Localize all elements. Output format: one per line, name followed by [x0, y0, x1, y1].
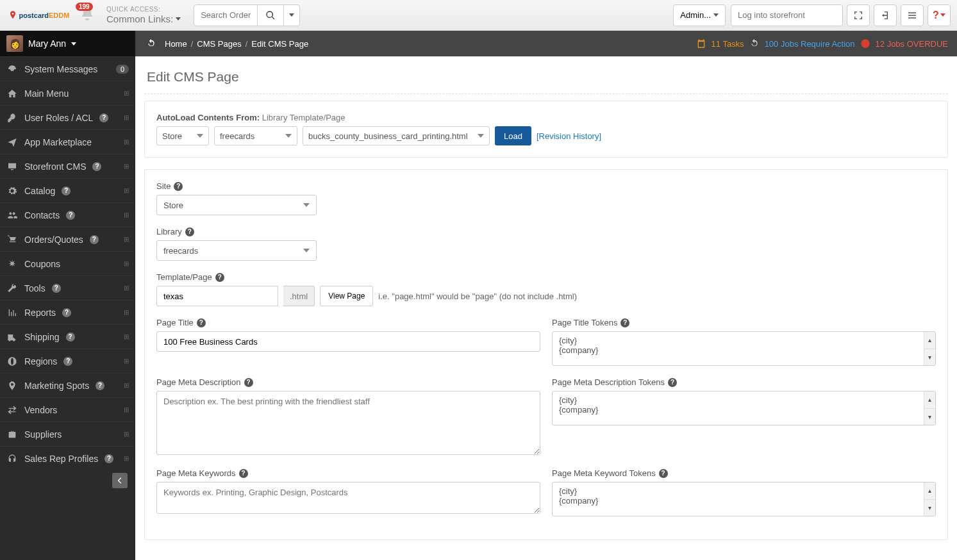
template-input[interactable] — [156, 286, 278, 306]
help-icon[interactable]: ? — [174, 182, 183, 191]
site-select[interactable]: Store — [156, 195, 317, 215]
sidebar-item-orders-quotes[interactable]: Orders/Quotes?⊞ — [0, 227, 135, 251]
search-button[interactable] — [257, 4, 284, 26]
breadcrumb-home[interactable]: Home — [165, 39, 187, 49]
help-icon[interactable]: ? — [104, 454, 113, 463]
sidebar-item-label: Sales Rep Profiles — [24, 454, 98, 464]
signout-button[interactable] — [874, 4, 897, 26]
sidebar-item-marketing-spots[interactable]: Marketing Spots?⊞ — [0, 373, 135, 397]
help-icon[interactable]: ? — [62, 186, 71, 195]
autoload-store-select[interactable]: Store — [156, 126, 209, 145]
sidebar-collapse-button[interactable] — [112, 473, 128, 488]
sidebar-item-label: Tools — [24, 283, 46, 293]
load-button[interactable]: Load — [495, 126, 531, 145]
expand-icon: ⊞ — [124, 211, 129, 218]
admin-dropdown[interactable]: Admin... — [673, 4, 726, 26]
sidebar-item-main-menu[interactable]: Main Menu⊞ — [0, 81, 135, 105]
expand-icon: ⊞ — [124, 431, 129, 438]
jobs-attention-link[interactable]: 100 Jobs Require Action — [765, 39, 855, 49]
help-dropdown[interactable]: ? — [928, 4, 951, 26]
expand-icon: ⊞ — [124, 333, 129, 340]
monitor-icon — [6, 161, 18, 172]
scroll-up-icon[interactable]: ▴ — [924, 482, 935, 500]
expand-button[interactable] — [847, 4, 870, 26]
scroll-up-icon[interactable]: ▴ — [924, 332, 935, 349]
tasks-link[interactable]: 11 Tasks — [712, 39, 744, 49]
sidebar-item-shipping[interactable]: Shipping?⊞ — [0, 324, 135, 349]
help-icon[interactable]: ? — [99, 113, 108, 122]
breadcrumb-cms[interactable]: CMS Pages — [197, 39, 241, 49]
user-menu[interactable]: 👩 Mary Ann — [0, 31, 135, 56]
storefront-login-input[interactable] — [731, 4, 843, 26]
help-icon[interactable]: ? — [90, 235, 99, 244]
notifications-bell[interactable]: 199 — [79, 6, 95, 24]
view-page-button[interactable]: View Page — [320, 286, 373, 306]
autoload-template-select[interactable]: bucks_county_business_card_printing.html — [303, 126, 490, 145]
help-icon[interactable]: ? — [244, 378, 253, 387]
help-icon[interactable]: ? — [92, 162, 101, 171]
help-icon[interactable]: ? — [659, 469, 668, 478]
expand-icon: ⊞ — [124, 455, 129, 462]
sidebar-item-label: Contacts — [24, 210, 60, 220]
search-input[interactable] — [194, 4, 258, 26]
meta-keyword-tokens[interactable]: {city} {company} ▴▾ — [552, 482, 936, 516]
help-icon[interactable]: ? — [215, 273, 224, 282]
meta-description-tokens[interactable]: {city} {company} ▴▾ — [552, 391, 936, 425]
help-icon[interactable]: ? — [239, 469, 248, 478]
autoload-library-select[interactable]: freecards — [214, 126, 297, 145]
autoload-label: AutoLoad Contents From: — [156, 113, 260, 122]
logo[interactable]: postcardEDDM — [6, 3, 71, 28]
sidebar-item-user-roles-acl[interactable]: User Roles / ACL?⊞ — [0, 105, 135, 129]
menu-button[interactable] — [901, 4, 924, 26]
sidebar-item-app-marketplace[interactable]: App Marketplace⊞ — [0, 129, 135, 154]
help-icon[interactable]: ? — [62, 308, 71, 317]
pin-icon — [6, 381, 18, 391]
caret-down-icon — [713, 13, 719, 17]
help-icon[interactable]: ? — [96, 381, 104, 390]
quick-access-dropdown[interactable]: QUICK ACCESS: Common Links: — [106, 6, 181, 25]
expand-icon: ⊞ — [124, 406, 129, 413]
expand-icon: ⊞ — [124, 382, 129, 389]
help-icon[interactable]: ? — [66, 333, 75, 342]
help-icon[interactable]: ? — [63, 357, 72, 366]
sidebar-item-coupons[interactable]: Coupons⊞ — [0, 251, 135, 276]
revision-history-link[interactable]: [Revision History] — [537, 131, 601, 141]
expand-icon: ⊞ — [124, 358, 129, 365]
sidebar-item-sales-rep-profiles[interactable]: Sales Rep Profiles?⊞ — [0, 446, 135, 470]
help-icon[interactable]: ? — [197, 318, 206, 327]
scroll-down-icon[interactable]: ▾ — [924, 409, 935, 425]
caret-down-icon — [289, 13, 294, 17]
sidebar-item-vendors[interactable]: Vendors⊞ — [0, 397, 135, 422]
meta-description-textarea[interactable] — [156, 391, 540, 455]
sidebar-item-tools[interactable]: Tools?⊞ — [0, 276, 135, 300]
library-select[interactable]: freecards — [156, 240, 317, 261]
sidebar-item-label: App Marketplace — [24, 137, 92, 147]
help-icon[interactable]: ? — [668, 378, 677, 387]
sidebar-item-suppliers[interactable]: Suppliers⊞ — [0, 422, 135, 446]
sidebar-item-system-messages[interactable]: System Messages0 — [0, 56, 135, 81]
exchange-icon — [6, 405, 18, 415]
scroll-down-icon[interactable]: ▾ — [924, 500, 935, 516]
help-icon[interactable]: ? — [620, 318, 629, 327]
expand-icon: ⊞ — [124, 114, 129, 121]
sidebar-item-reports[interactable]: Reports?⊞ — [0, 300, 135, 324]
jobs-overdue-link[interactable]: 12 Jobs OVERDUE — [876, 39, 948, 49]
page-title-input[interactable] — [156, 331, 540, 352]
help-icon[interactable]: ? — [185, 227, 194, 236]
refresh-button[interactable] — [144, 37, 158, 51]
expand-icon: ⊞ — [124, 163, 129, 170]
meta-keywords-textarea[interactable] — [156, 482, 540, 514]
sidebar-item-regions[interactable]: Regions?⊞ — [0, 349, 135, 373]
help-icon[interactable]: ? — [52, 284, 61, 293]
sidebar-item-contacts[interactable]: Contacts?⊞ — [0, 202, 135, 227]
search-dropdown-button[interactable] — [283, 4, 300, 26]
sidebar-item-storefront-cms[interactable]: Storefront CMS?⊞ — [0, 154, 135, 178]
wrench-icon — [6, 283, 18, 293]
scroll-up-icon[interactable]: ▴ — [924, 391, 935, 409]
sidebar-item-catalog[interactable]: Catalog?⊞ — [0, 178, 135, 202]
sidebar-item-label: Catalog — [24, 186, 55, 196]
svg-point-0 — [12, 13, 13, 15]
page-title-tokens[interactable]: {city} {company} ▴▾ — [552, 331, 936, 366]
help-icon[interactable]: ? — [66, 211, 75, 220]
scroll-down-icon[interactable]: ▾ — [924, 349, 935, 366]
